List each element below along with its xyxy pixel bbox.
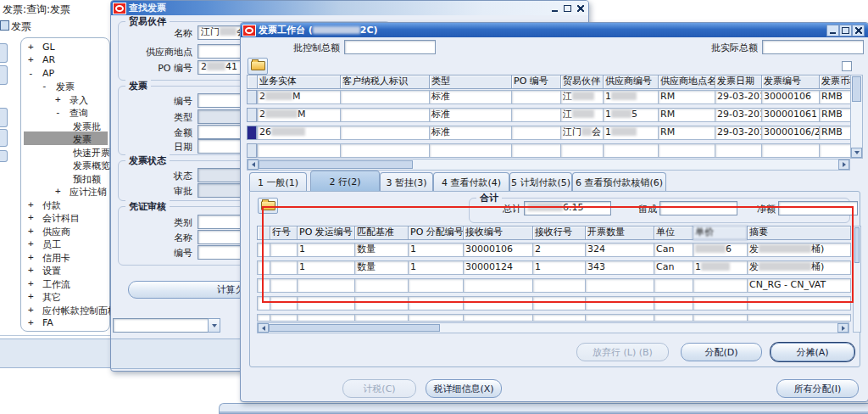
discard-line-button[interactable]: 放弃行 (L) (B) <box>576 343 669 361</box>
cell-receipt-num[interactable]: 30000124 <box>463 260 533 275</box>
tree-item-payments[interactable]: +付款 <box>22 199 107 212</box>
tree-item-withholding[interactable]: 预扣额 <box>22 173 107 186</box>
cell-date[interactable]: 29-03-2016 <box>715 90 764 104</box>
expand-icon[interactable]: + <box>28 291 34 302</box>
cell-unit-price[interactable] <box>693 278 748 293</box>
cell-empty[interactable] <box>658 143 717 158</box>
row-selector[interactable] <box>247 108 257 122</box>
expand-icon[interactable]: + <box>55 186 61 197</box>
cell-empty[interactable] <box>463 296 533 310</box>
expand-icon[interactable]: + <box>28 317 34 328</box>
allocate-button[interactable]: 分摊(A) <box>771 343 854 361</box>
open-folder-button[interactable] <box>258 198 278 214</box>
tree-item-credit-cards[interactable]: +信用卡 <box>22 252 107 265</box>
expand-icon[interactable]: + <box>28 305 34 316</box>
cell-match-basis[interactable]: 数量 <box>354 260 409 275</box>
column-header-po-distribution[interactable]: PO 分配编号 <box>408 226 464 240</box>
all-distributions-button[interactable]: 所有分配(I) <box>776 379 859 398</box>
cell-empty[interactable] <box>603 143 660 158</box>
tree-item-setup[interactable]: +设置 <box>22 265 107 277</box>
column-header-date[interactable]: 发票日期 <box>715 75 764 89</box>
cell-billed-qty[interactable]: 324 <box>585 243 654 257</box>
distributions-button[interactable]: 分配(D) <box>681 343 762 361</box>
cell-empty[interactable] <box>270 296 298 310</box>
expand-icon[interactable]: + <box>55 94 61 105</box>
expand-icon[interactable]: + <box>28 226 34 237</box>
record-combobox[interactable] <box>113 318 214 333</box>
cell-description[interactable]: 发桶) <box>747 260 851 275</box>
scroll-left-button[interactable] <box>248 159 259 170</box>
cell-number[interactable]: 30000106/24 <box>761 126 821 140</box>
row-selector[interactable] <box>247 90 257 104</box>
expand-icon[interactable]: + <box>28 252 34 263</box>
cell-site[interactable]: RM <box>658 90 717 104</box>
close-button[interactable] <box>852 25 865 36</box>
scrollbar-thumb[interactable] <box>259 160 413 169</box>
scroll-right-button[interactable] <box>837 323 849 333</box>
cell-po-shipment[interactable]: 1 <box>297 243 355 257</box>
collapse-icon[interactable]: - <box>28 68 34 79</box>
cell-currency[interactable]: RMB <box>819 126 852 140</box>
toolbar-button[interactable] <box>0 108 8 127</box>
cell-supplier-num[interactable]: 15 <box>603 108 660 122</box>
tree-item-other[interactable]: +其它 <box>22 291 107 304</box>
cell-unit-price[interactable]: 6 <box>693 243 748 257</box>
cell-ou[interactable]: 26 <box>257 126 342 140</box>
cell-po-distribution[interactable] <box>408 278 464 293</box>
tree-item-invoice-batches[interactable]: 发票批 <box>22 120 107 133</box>
tree-item-ap[interactable]: -AP <box>22 68 107 81</box>
cell-taxpayer[interactable] <box>340 126 431 140</box>
cell-taxpayer[interactable] <box>340 108 431 122</box>
cell-empty[interactable] <box>761 143 821 158</box>
cell-po[interactable] <box>511 90 563 104</box>
column-header-number[interactable]: 发票编号 <box>761 75 821 89</box>
cell-receipt-line[interactable]: 2 <box>532 243 586 257</box>
column-header-uom[interactable]: 单位 <box>654 226 693 240</box>
cell-type[interactable]: 标准 <box>429 108 514 122</box>
cell-po-shipment[interactable]: 1 <box>297 260 355 275</box>
column-header-unit-price[interactable]: 单价 <box>693 226 748 240</box>
cell-uom[interactable] <box>654 278 693 293</box>
tree-item-quick-invoices[interactable]: 快速开票 <box>22 147 107 159</box>
cell-empty[interactable] <box>747 314 851 322</box>
tree-item-fa[interactable]: +FA <box>22 317 107 330</box>
cell-date[interactable]: 29-03-2016 <box>715 126 764 140</box>
cell-po[interactable] <box>511 108 563 122</box>
collapse-icon[interactable]: - <box>55 107 61 118</box>
toolbar-button[interactable] <box>0 65 8 85</box>
cell-empty[interactable] <box>585 296 654 310</box>
cell-receipt-num[interactable]: 30000106 <box>463 243 533 257</box>
tree-item-workflow[interactable]: +工作流 <box>22 278 107 291</box>
toolbar-button[interactable] <box>0 43 8 63</box>
tax-details-button[interactable]: 税详细信息(X) <box>426 379 502 398</box>
cell-empty[interactable] <box>819 143 852 158</box>
calculate-tax-button[interactable]: 计税(C) <box>342 379 416 398</box>
cell-po-shipment[interactable] <box>297 278 355 293</box>
cell-uom[interactable]: Can <box>654 260 693 275</box>
open-folder-button[interactable] <box>248 58 268 75</box>
cell-receipt-num[interactable] <box>463 278 533 293</box>
cell-empty[interactable] <box>270 314 298 322</box>
cell-billed-qty[interactable]: 343 <box>585 260 654 275</box>
cell-empty[interactable] <box>693 296 748 310</box>
cell-empty[interactable] <box>354 314 409 322</box>
minimize-button[interactable] <box>549 3 560 14</box>
cell-match-basis[interactable] <box>354 278 409 293</box>
tree-item-accrual-writeoff[interactable]: +应计注销 <box>22 186 107 199</box>
cell-number[interactable]: 300001061 <box>761 108 821 122</box>
tab-view-payments[interactable]: 4 查看付款(4) <box>433 172 509 192</box>
column-header-taxpayer[interactable]: 客户纳税人标识 <box>340 75 431 89</box>
tab-holds[interactable]: 3 暂挂(3) <box>380 172 433 192</box>
cell-empty[interactable] <box>511 143 563 158</box>
tree-item-ap-dashboard[interactable]: +应付帐款控制面板 <box>22 305 107 317</box>
cell-taxpayer[interactable] <box>340 90 431 104</box>
cell-receipt-line[interactable] <box>532 278 586 293</box>
cell-type[interactable]: 标准 <box>429 90 514 104</box>
scroll-right-button[interactable] <box>838 159 849 170</box>
tree-item-ar[interactable]: +AR <box>22 54 107 67</box>
tree-item-invoice-overview[interactable]: 发票概览 <box>22 159 107 172</box>
toolbar-button[interactable] <box>0 150 8 162</box>
workbench-titlebar[interactable]: 发票工作台 ( 2C) <box>241 23 868 37</box>
cell-po-distribution[interactable]: 1 <box>408 260 464 275</box>
tab-scheduled-payments[interactable]: 5 计划付款(5) <box>509 172 572 192</box>
